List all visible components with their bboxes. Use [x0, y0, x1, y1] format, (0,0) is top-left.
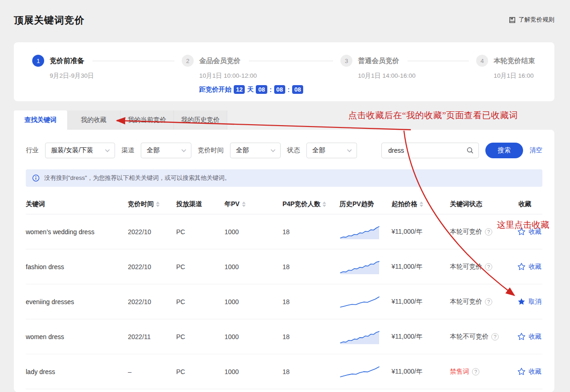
industry-select[interactable]: 服装/女装/下装 [45, 143, 115, 158]
channel-select[interactable]: 全部 [141, 143, 191, 158]
channel-cell: PC [176, 368, 225, 375]
bidding-rules-link[interactable]: 了解竞价规则 [509, 16, 554, 24]
keyword-search-box [381, 143, 479, 158]
step-time: 10月1日 10:00-12:00 [199, 72, 340, 80]
keyword-status-cell: 本轮可竞价 ? [437, 263, 499, 271]
tab-my-history-bids[interactable]: 我的历史竞价 [174, 110, 227, 130]
bid-time-label: 竞价时间 [198, 146, 224, 155]
column-header-label: 关键词 [26, 200, 45, 208]
top-bar: 顶展关键词竞价 了解竞价规则 [0, 0, 570, 42]
bid-time-cell: 2022/10 [128, 228, 176, 236]
help-icon[interactable]: ? [485, 298, 492, 306]
column-header-7[interactable]: 起拍价格 [384, 200, 437, 208]
annotation-collect-tip: 点击收藏后在“我的收藏”页面查看已收藏词 [348, 110, 518, 121]
bid-time-value: 全部 [236, 146, 249, 155]
annual-pv-cell: 1000 [225, 263, 266, 271]
star-outline-icon [517, 262, 526, 271]
tab-search-keywords[interactable]: 查找关键词 [14, 110, 67, 130]
countdown-colon: : [288, 86, 290, 93]
help-icon[interactable]: ? [472, 368, 479, 375]
favorite-button[interactable]: 取消 [499, 297, 542, 306]
favorite-label: 取消 [529, 298, 541, 306]
status-select[interactable]: 全部 [306, 143, 357, 158]
keyword-status-cell: 本轮不可竞价 ? [437, 333, 499, 341]
search-button[interactable]: 搜索 [485, 143, 523, 158]
pv-trend-sparkline [327, 329, 384, 345]
pv-trend-sparkline [327, 294, 384, 310]
column-header-label: P4P竞价人数 [282, 200, 320, 208]
keyword-cell: women’s wedding dress [26, 228, 128, 236]
p4p-bidders-cell: 18 [266, 228, 327, 236]
search-icon[interactable] [466, 147, 474, 154]
star-filled-icon [517, 297, 526, 306]
keyword-search-input[interactable] [387, 146, 463, 155]
help-icon[interactable]: ? [485, 228, 492, 236]
bid-time-select[interactable]: 全部 [230, 143, 281, 158]
keyword-cell: women dress [26, 333, 128, 340]
start-price-cell: ¥11,000/年 [384, 263, 437, 271]
annual-pv-cell: 1000 [225, 333, 266, 340]
step-number: 1 [32, 55, 44, 67]
step-label: 金品会员竞价 [199, 57, 241, 65]
favorite-button[interactable]: 收藏 [499, 262, 542, 271]
favorite-button[interactable]: 收藏 [499, 332, 542, 341]
sort-icon[interactable] [322, 202, 326, 207]
step-connector [249, 61, 333, 61]
help-icon[interactable]: ? [491, 333, 499, 340]
step-2-gold-member: 2 金品会员竞价 10月1日 10:00-12:00 距竞价开始 12 天 08… [182, 55, 340, 101]
countdown-label: 距竞价开始 [199, 86, 231, 94]
chevron-down-icon [271, 149, 276, 152]
tab-my-current-bids[interactable]: 我的当前竞价 [121, 110, 174, 130]
step-4-round-end: 4 本轮竞价结束 10月1日 16:00 [476, 55, 536, 101]
annual-pv-cell: 1000 [225, 228, 266, 236]
p4p-bidders-cell: 18 [266, 298, 327, 306]
column-header-label: 投放渠道 [176, 200, 202, 208]
status-text: 本轮可竞价 [450, 263, 482, 271]
rules-link-label: 了解竞价规则 [518, 16, 554, 24]
bidding-stepper-card: 1 竞价前准备 9月2日-9月30日 2 金品会员竞价 10月1日 10:00-… [14, 42, 554, 101]
step-number: 2 [182, 55, 194, 67]
column-header-5[interactable]: P4P竞价人数 [266, 200, 327, 208]
channel-cell: PC [176, 333, 225, 340]
step-label: 普通会员竞价 [358, 57, 399, 65]
start-price-cell: ¥11,000/年 [384, 333, 437, 341]
column-header-label: 年PV [225, 200, 240, 208]
favorite-button[interactable]: 收藏 [499, 367, 542, 376]
chevron-down-icon [105, 149, 110, 152]
status-value: 全部 [312, 146, 325, 155]
step-time: 10月1日 14:00-16:00 [358, 72, 476, 80]
step-connector [92, 61, 174, 61]
channel-value: 全部 [147, 146, 160, 155]
countdown-colon: : [270, 86, 272, 93]
tab-my-favorites[interactable]: 我的收藏 [67, 110, 121, 130]
p4p-bidders-cell: 18 [266, 368, 327, 375]
sort-icon[interactable] [420, 202, 423, 207]
chevron-down-icon [181, 149, 186, 152]
keyword-search-panel: 行业 服装/女装/下装 渠道 全部 竞价时间 全部 状态 全部 搜索 清空 [14, 130, 554, 392]
keyword-cell: eveniing dresses [26, 298, 128, 306]
column-header-4[interactable]: 年PV [225, 200, 266, 208]
channel-cell: PC [176, 228, 225, 236]
chevron-down-icon [347, 149, 352, 152]
channel-cell: PC [176, 263, 225, 271]
clear-button[interactable]: 清空 [530, 146, 542, 155]
industry-value: 服装/女装/下装 [51, 146, 93, 155]
status-label: 状态 [287, 146, 300, 155]
sort-icon[interactable] [242, 202, 246, 207]
step-time: 10月1日 16:00 [494, 72, 536, 80]
status-text: 禁售词 [450, 368, 469, 376]
p4p-bidders-cell: 18 [266, 263, 327, 271]
help-icon[interactable]: ? [485, 263, 492, 271]
table-row: eveniing dresses 2022/10 PC 1000 18 ¥11,… [26, 284, 542, 319]
sort-icon[interactable] [156, 202, 160, 207]
status-text: 本轮不可竞价 [450, 333, 489, 341]
column-header-2[interactable]: 竞价时间 [128, 200, 176, 208]
star-outline-icon [517, 332, 526, 341]
favorite-label: 收藏 [529, 368, 541, 376]
table-header-row: 关键词竞价时间投放渠道年PVP4P竞价人数历史PV趋势起拍价格关键词状态收藏 [26, 194, 542, 214]
page-title: 顶展关键词竞价 [14, 14, 85, 27]
start-price-cell: ¥11,000/年 [384, 368, 437, 376]
keyword-status-cell: 本轮可竞价 ? [437, 228, 499, 236]
pv-trend-sparkline [327, 363, 384, 380]
notice-text: 没有搜到"dress"，为您推荐以下相关关键词，或可以搜索其他关键词。 [44, 174, 230, 182]
